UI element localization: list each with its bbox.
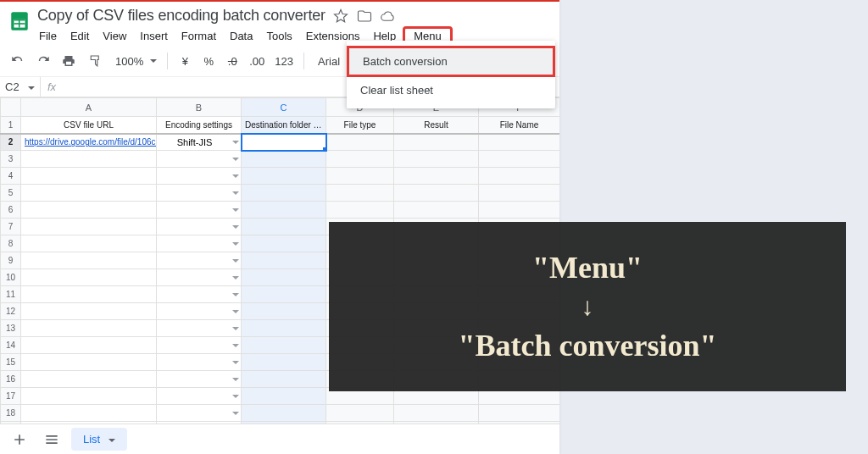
cell[interactable]: [21, 320, 157, 337]
cell[interactable]: [242, 388, 326, 405]
header-cell-C[interactable]: Destination folder URL: [242, 117, 326, 134]
currency-button[interactable]: ¥: [175, 51, 195, 71]
menu-edit[interactable]: Edit: [64, 26, 96, 46]
cell[interactable]: [242, 286, 326, 303]
select-all-cell[interactable]: [1, 98, 21, 117]
header-cell-B[interactable]: Encoding settings: [157, 117, 242, 134]
chevron-down-icon[interactable]: [232, 361, 239, 364]
row-header-5[interactable]: 5: [1, 185, 21, 202]
redo-button[interactable]: [32, 51, 54, 71]
cell[interactable]: [21, 168, 157, 185]
document-title[interactable]: Copy of CSV files encoding batch convert…: [37, 7, 326, 25]
cell[interactable]: [21, 151, 157, 168]
cell[interactable]: [479, 168, 560, 185]
dropdown-item-batch-conversion[interactable]: Batch conversion: [349, 48, 553, 75]
percent-button[interactable]: %: [198, 51, 219, 71]
cell[interactable]: [21, 235, 157, 252]
header-cell-D[interactable]: File type: [326, 117, 394, 134]
menu-tools[interactable]: Tools: [259, 26, 298, 46]
cell[interactable]: [21, 388, 157, 405]
menu-insert[interactable]: Insert: [133, 26, 175, 46]
cell[interactable]: [157, 354, 242, 371]
row-header-13[interactable]: 13: [1, 320, 21, 337]
cell[interactable]: [242, 320, 326, 337]
cell[interactable]: [21, 337, 157, 354]
cell[interactable]: [242, 235, 326, 252]
cell[interactable]: [242, 405, 326, 422]
cell[interactable]: [157, 303, 242, 320]
col-header-B[interactable]: B: [157, 98, 242, 117]
cell[interactable]: [242, 252, 326, 269]
cell[interactable]: [479, 405, 560, 422]
cell[interactable]: [21, 354, 157, 371]
move-icon[interactable]: [356, 8, 373, 25]
name-box[interactable]: C2: [0, 77, 41, 97]
cell[interactable]: [21, 286, 157, 303]
row-header-6[interactable]: 6: [1, 202, 21, 219]
cell[interactable]: [21, 219, 157, 235]
chevron-down-icon[interactable]: [105, 433, 115, 446]
cell[interactable]: Shift-JIS: [157, 134, 242, 151]
sheet-tab-list[interactable]: List: [71, 428, 127, 451]
cell[interactable]: [326, 151, 394, 168]
menu-data[interactable]: Data: [223, 26, 259, 46]
row-header-1[interactable]: 1: [1, 117, 21, 134]
row-header-9[interactable]: 9: [1, 252, 21, 269]
cell[interactable]: [242, 168, 326, 185]
chevron-down-icon[interactable]: [232, 191, 239, 195]
cell[interactable]: [157, 252, 242, 269]
row-header-11[interactable]: 11: [1, 286, 21, 303]
cell[interactable]: [21, 185, 157, 202]
cell[interactable]: [242, 354, 326, 371]
cell[interactable]: [479, 185, 560, 202]
cell[interactable]: [479, 134, 560, 151]
add-sheet-button[interactable]: [7, 428, 32, 451]
chevron-down-icon[interactable]: [232, 412, 239, 415]
chevron-down-icon[interactable]: [232, 259, 239, 263]
cell[interactable]: [326, 202, 394, 219]
cell[interactable]: [242, 219, 326, 235]
row-header-4[interactable]: 4: [1, 168, 21, 185]
menu-format[interactable]: Format: [175, 26, 223, 46]
row-header-12[interactable]: 12: [1, 303, 21, 320]
all-sheets-button[interactable]: [39, 428, 64, 451]
chevron-down-icon[interactable]: [232, 242, 239, 246]
cell[interactable]: [21, 405, 157, 422]
cell[interactable]: [157, 168, 242, 185]
cell[interactable]: [157, 405, 242, 422]
chevron-down-icon[interactable]: [232, 158, 239, 161]
cell[interactable]: [242, 134, 326, 151]
cell[interactable]: [326, 168, 394, 185]
cell[interactable]: [21, 303, 157, 320]
chevron-down-icon[interactable]: [232, 141, 239, 144]
header-cell-A[interactable]: CSV file URL: [21, 117, 157, 134]
cell[interactable]: [157, 371, 242, 388]
increase-decimal-button[interactable]: .00: [246, 51, 268, 71]
cell[interactable]: [479, 202, 560, 219]
cell[interactable]: [157, 185, 242, 202]
zoom-selector[interactable]: 100%: [108, 51, 160, 71]
chevron-down-icon[interactable]: [232, 327, 239, 330]
row-header-7[interactable]: 7: [1, 219, 21, 235]
dropdown-item-clear-list-sheet[interactable]: Clear list sheet: [347, 77, 555, 103]
row-header-2[interactable]: 2: [1, 134, 21, 151]
cell[interactable]: [157, 202, 242, 219]
cell[interactable]: [326, 134, 394, 151]
cell[interactable]: [326, 185, 394, 202]
cell[interactable]: [157, 219, 242, 235]
cell[interactable]: [157, 388, 242, 405]
cell[interactable]: [242, 337, 326, 354]
cell[interactable]: [479, 151, 560, 168]
chevron-down-icon[interactable]: [232, 344, 239, 347]
cell[interactable]: [242, 202, 326, 219]
cell[interactable]: https://drive.google.com/file/d/106cUeMk…: [21, 134, 157, 151]
cell[interactable]: [242, 151, 326, 168]
chevron-down-icon[interactable]: [232, 208, 239, 212]
col-header-A[interactable]: A: [21, 98, 157, 117]
more-formats-button[interactable]: 123: [271, 51, 297, 71]
cell[interactable]: [21, 252, 157, 269]
cell[interactable]: [394, 168, 479, 185]
chevron-down-icon[interactable]: [232, 276, 239, 280]
cell[interactable]: [157, 320, 242, 337]
cell[interactable]: [21, 269, 157, 286]
